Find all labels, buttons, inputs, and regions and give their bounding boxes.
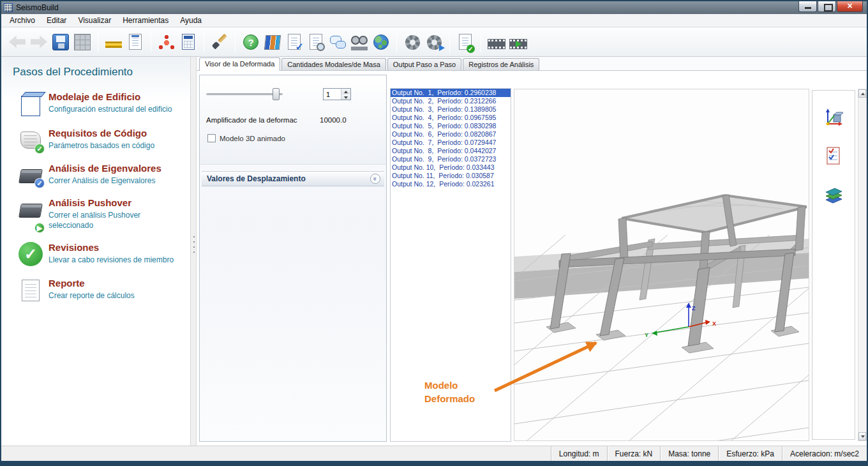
output-number-spinner[interactable]: 1 (323, 88, 351, 100)
panel-splitter[interactable] (190, 57, 197, 446)
settings-gear-icon[interactable] (401, 31, 423, 54)
report-document-icon[interactable] (124, 31, 146, 54)
collapse-chevron-icon[interactable]: » (370, 174, 380, 184)
app-icon (4, 3, 13, 12)
save-icon[interactable] (50, 31, 71, 54)
model-3d-icon[interactable] (71, 31, 93, 54)
menu-archivo[interactable]: Archivo (4, 14, 41, 27)
minimize-button[interactable] (798, 1, 817, 12)
beam-section-icon[interactable] (103, 31, 124, 54)
settings-export-icon[interactable] (423, 31, 445, 54)
film-icon[interactable] (486, 31, 507, 54)
spinner-up-icon[interactable] (341, 89, 350, 94)
maximize-button[interactable] (818, 1, 836, 12)
web-globe-icon[interactable] (370, 31, 392, 54)
sidebar-step-pushover[interactable]: ▶ Análisis Pushover Correr el análisis P… (13, 197, 190, 230)
app-window: SeismoBuild Archivo Editar Visualizar He… (0, 0, 868, 466)
deformation-slider[interactable] (206, 88, 283, 100)
tab-bar: Visor de la Deformada Cantidades Modales… (197, 57, 867, 71)
step-title: Análisis Pushover (49, 197, 176, 208)
animated-model-checkbox[interactable] (207, 134, 216, 142)
amplifier-value: 10000.0 (320, 116, 347, 124)
menu-ayuda[interactable]: Ayuda (174, 14, 207, 27)
output-row[interactable]: Output No. 8, Período: 0.0442027 (391, 147, 511, 155)
nodes-network-icon[interactable] (156, 31, 177, 54)
step-subtitle: Parámetros basados en código (49, 141, 176, 151)
scroll-up-icon[interactable] (858, 89, 866, 98)
tab-cantidades-modales[interactable]: Cantidades Modales/de Masa (281, 58, 386, 70)
sidebar-step-modelaje[interactable]: Modelaje de Edificio Configuración estru… (13, 91, 190, 116)
amplifier-label: Amplificador de la deformac (206, 116, 297, 124)
status-longitud: Longitud: m (551, 446, 607, 461)
step-subtitle: Correr Análisis de Eigenvalores (49, 176, 176, 186)
title-bar: SeismoBuild (1, 1, 867, 14)
play-badge-icon: ▶ (34, 223, 45, 233)
sidebar-step-requisitos[interactable]: ✓ Requisitos de Código Parámetros basado… (13, 128, 190, 151)
output-row[interactable]: Output No. 11, Período: 0.030587 (391, 172, 511, 180)
building-icon (21, 96, 40, 116)
paintbrush-icon[interactable] (209, 31, 230, 54)
scroll-down-icon[interactable] (858, 432, 866, 440)
output-row[interactable]: Output No. 9, Período: 0.0372723 (391, 155, 511, 163)
z-axis-label: Z (692, 305, 696, 312)
deformed-shape-icon[interactable] (822, 105, 845, 128)
vertical-scrollbar[interactable] (858, 89, 867, 441)
tutorial-books-icon[interactable] (262, 31, 283, 54)
spinner-down-icon[interactable] (341, 94, 350, 100)
procedure-steps-panel: Pasos del Procedimiento Modelaje de Edif… (1, 57, 190, 446)
tab-visor-deformada[interactable]: Visor de la Deformada (199, 57, 280, 71)
output-row[interactable]: Output No. 6, Período: 0.0820867 (391, 130, 511, 139)
redo-icon[interactable] (28, 31, 50, 54)
report-page-icon (22, 280, 40, 301)
check-badge-icon: ✓ (34, 144, 45, 154)
displacement-values-header: Valores de Desplazamiento » (202, 171, 384, 186)
checks-report-icon[interactable] (822, 144, 845, 167)
menu-bar: Archivo Editar Visualizar Herramientas A… (1, 14, 867, 27)
slider-thumb[interactable] (273, 88, 280, 100)
sidebar-step-reporte[interactable]: Reporte Crear reporte de cálculos (13, 278, 190, 301)
deformation-controls-panel: 1 Amplificador de la deformac 10000.0 Mo… (199, 75, 387, 442)
step-title: Modelaje de Edificio (49, 91, 176, 102)
output-row[interactable]: Output No. 7, Período: 0.0729447 (391, 139, 511, 147)
sidebar-title: Pasos del Procedimiento (13, 66, 190, 79)
green-check-icon (19, 242, 43, 266)
tab-output-paso[interactable]: Output Paso a Paso (387, 58, 461, 70)
menu-visualizar[interactable]: Visualizar (72, 14, 117, 27)
feedback-bubbles-icon[interactable] (327, 31, 348, 54)
output-row[interactable]: Output No. 1, Período: 0.2960238 (391, 89, 511, 97)
menu-editar[interactable]: Editar (41, 14, 72, 27)
step-subtitle: Configuración estructural del edificio (49, 105, 176, 115)
status-fuerza: Fuerza: kN (607, 446, 661, 461)
menu-herramientas[interactable]: Herramientas (117, 14, 174, 27)
output-row[interactable]: Output No. 4, Período: 0.0967595 (391, 114, 511, 122)
document-check-icon[interactable] (283, 31, 305, 54)
output-row[interactable]: Output No. 2, Período: 0.2312266 (391, 97, 511, 105)
film-export-icon[interactable] (507, 31, 529, 54)
step-subtitle: Llevar a cabo revisiones de miembro (49, 255, 176, 266)
tab-registros[interactable]: Registros de Análisis (463, 58, 539, 70)
output-row[interactable]: Output No. 3, Período: 0.1389805 (391, 105, 511, 114)
status-esfuerzo: Esfuerzo: kPa (718, 446, 782, 461)
sidebar-step-revisiones[interactable]: Revisiones Llevar a cabo revisiones de m… (13, 242, 190, 266)
layers-icon[interactable] (822, 184, 845, 207)
projector-icon[interactable] (348, 31, 370, 54)
undo-icon[interactable] (6, 31, 28, 54)
status-bar: Longitud: m Fuerza: kN Masa: tonne Esfue… (1, 446, 867, 461)
output-row[interactable]: Output No. 5, Período: 0.0830298 (391, 122, 511, 130)
step-title: Requisitos de Código (49, 128, 176, 139)
check-badge-icon: ✓ (34, 178, 45, 188)
checklist-icon[interactable] (454, 31, 476, 54)
output-row[interactable]: Output No. 10, Período: 0.033443 (391, 163, 511, 172)
document-search-icon[interactable] (305, 31, 327, 54)
help-icon[interactable] (240, 31, 262, 54)
close-button[interactable] (837, 1, 863, 12)
animated-model-label: Modelo 3D animado (220, 135, 285, 142)
sidebar-step-eigenvalores[interactable]: ✓ Análisis de Eigenvalores Correr Anális… (13, 163, 190, 186)
tab-content: 1 Amplificador de la deformac 10000.0 Mo… (197, 71, 867, 446)
deformed-model-canvas[interactable]: Z X Y (514, 89, 809, 441)
toolbar (1, 27, 867, 57)
calculator-icon[interactable] (177, 31, 199, 54)
step-subtitle: Correr el análisis Pushover seleccionado (49, 211, 176, 230)
status-masa: Masa: tonne (660, 446, 718, 461)
output-row[interactable]: Output No. 12, Período: 0.023261 (391, 180, 511, 188)
